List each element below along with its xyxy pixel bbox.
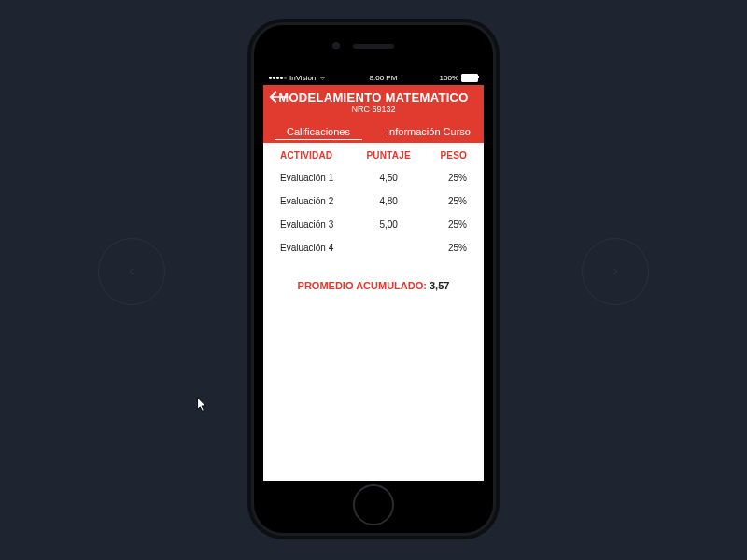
col-activity-header: ACTIVIDAD [280,150,359,161]
grades-content: ACTIVIDAD PUNTAJE PESO Evaluación 1 4,50… [263,143,484,291]
battery-pct: 100% [440,74,458,82]
phone-device-frame: InVision 8:00 PM 100% MODELAM [247,19,500,539]
average-value: 3,57 [430,280,449,291]
table-row: Evaluación 3 5,00 25% [280,213,467,236]
cell-weight: 25% [418,196,467,206]
cell-score [359,243,419,253]
average-row: PROMEDIO ACUMULADO: 3,57 [280,280,467,291]
table-row: Evaluación 4 25% [280,236,467,259]
signal-dots-icon [269,77,287,79]
phone-camera [332,42,340,49]
cell-score: 4,80 [359,196,419,206]
col-score-header: PUNTAJE [359,150,419,161]
next-slide-button[interactable] [582,238,649,305]
cell-weight: 25% [418,243,467,253]
cell-score: 5,00 [359,219,419,230]
home-button[interactable] [353,484,394,525]
cell-activity: Evaluación 1 [280,173,359,183]
cell-activity: Evaluación 2 [280,196,359,206]
back-button[interactable] [269,90,289,108]
back-arrow-icon [269,90,289,105]
chevron-right-icon [609,265,622,278]
status-bar: InVision 8:00 PM 100% [263,70,484,85]
carrier-label: InVision [289,74,316,82]
cell-weight: 25% [418,173,467,183]
tab-bar: Calificaciones Información Curso [263,121,484,143]
page-subtitle: NRC 69132 [263,105,484,121]
chevron-left-icon [125,265,138,278]
phone-speaker [353,44,394,49]
cell-activity: Evaluación 4 [280,243,359,253]
table-header: ACTIVIDAD PUNTAJE PESO [280,150,467,161]
cell-activity: Evaluación 3 [280,219,359,230]
phone-screen: InVision 8:00 PM 100% MODELAM [263,70,484,481]
cell-weight: 25% [418,219,467,230]
prev-slide-button[interactable] [98,238,165,305]
page-title: MODELAMIENTO MATEMATICO [263,85,484,105]
presentation-frame: InVision 8:00 PM 100% MODELAM [0,0,747,560]
table-row: Evaluación 1 4,50 25% [280,166,467,189]
table-row: Evaluación 2 4,80 25% [280,189,467,213]
battery-icon [461,74,478,82]
col-weight-header: PESO [418,150,467,161]
app-header: MODELAMIENTO MATEMATICO NRC 69132 Califi… [263,85,484,143]
wifi-icon [318,75,327,81]
tab-course-info[interactable]: Información Curso [374,121,484,143]
mouse-cursor-icon [196,397,209,417]
clock: 8:00 PM [370,74,398,82]
cell-score: 4,50 [359,173,419,183]
average-label: PROMEDIO ACUMULADO: [298,280,427,291]
tab-grades[interactable]: Calificaciones [263,121,374,143]
